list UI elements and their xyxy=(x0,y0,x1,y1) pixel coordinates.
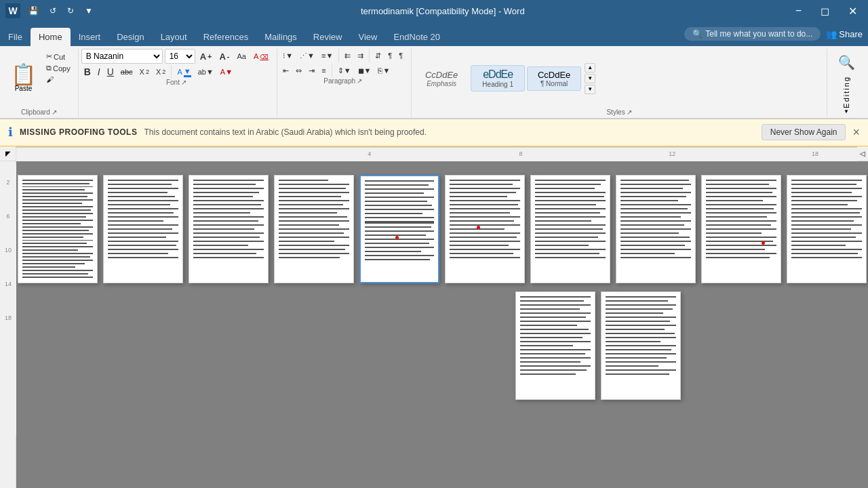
title-bar-left: W 💾 ↺ ↻ ▼ xyxy=(5,3,96,18)
svg-text:2: 2 xyxy=(6,179,9,186)
multilevel-button[interactable]: ≡▼ xyxy=(319,50,336,61)
page-9[interactable] xyxy=(701,175,781,283)
page-10[interactable] xyxy=(787,175,867,283)
editing-button[interactable]: Editing ▼ xyxy=(842,76,850,115)
share-icon: 👥 xyxy=(826,29,837,39)
text-line xyxy=(279,257,340,258)
text-line xyxy=(606,349,671,350)
page-7[interactable] xyxy=(530,175,610,283)
border-button[interactable]: ⎘▼ xyxy=(375,65,393,76)
style-emphasis[interactable]: CcDdEe Emphasis xyxy=(414,66,469,91)
bullets-button[interactable]: ⁝▼ xyxy=(280,50,296,62)
tab-endnote[interactable]: EndNote 20 xyxy=(385,28,448,46)
copy-button[interactable]: ⧉ Copy xyxy=(44,63,73,73)
styles-more[interactable]: ▼ xyxy=(585,85,595,94)
clipboard-expander[interactable]: ↗ xyxy=(52,108,57,116)
restore-button[interactable]: ◻ xyxy=(815,3,835,19)
line-spacing-button[interactable]: ⇕▼ xyxy=(335,65,354,77)
never-show-again-button[interactable]: Never Show Again xyxy=(762,124,846,140)
decrease-indent-button[interactable]: ⇇ xyxy=(342,50,353,62)
cut-button[interactable]: ✂ Cut xyxy=(44,52,73,62)
font-family-select[interactable]: B Nazanin xyxy=(81,49,163,64)
page-2-content xyxy=(104,176,182,283)
justify-button[interactable]: ≡ xyxy=(319,65,328,76)
text-line xyxy=(365,197,434,198)
page-2[interactable] xyxy=(103,175,183,283)
document-area[interactable]: // Generate pages 2-10 inline xyxy=(16,161,868,488)
minimize-button[interactable]: − xyxy=(790,3,807,19)
page-12[interactable] xyxy=(601,291,681,400)
paste-button[interactable]: 📋 Paste xyxy=(5,49,41,108)
align-right-button[interactable]: ⇥ xyxy=(306,65,317,77)
page-4[interactable] xyxy=(274,175,354,283)
redo-qat-button[interactable]: ↻ xyxy=(64,5,77,17)
superscript-button[interactable]: X2 xyxy=(153,66,168,77)
page-11[interactable] xyxy=(515,291,595,400)
save-qat-button[interactable]: 💾 xyxy=(26,5,41,17)
tab-review[interactable]: Review xyxy=(305,28,351,46)
text-line xyxy=(706,204,776,205)
tab-layout[interactable]: Layout xyxy=(153,28,195,46)
strikethrough-button[interactable]: abc xyxy=(118,66,136,77)
tab-references[interactable]: References xyxy=(195,28,256,46)
shading-button[interactable]: ◼▼ xyxy=(355,65,374,77)
text-line xyxy=(620,253,675,254)
align-center-button[interactable]: ⇔ xyxy=(293,65,304,77)
font-expander[interactable]: ↗ xyxy=(181,79,186,86)
share-button[interactable]: 👥 Share xyxy=(826,29,863,39)
tab-insert[interactable]: Insert xyxy=(71,28,109,46)
text-line xyxy=(620,220,691,222)
align-left-button[interactable]: ⇤ xyxy=(280,65,292,77)
font-color-button[interactable]: A▼ xyxy=(174,66,193,79)
font-color2-button[interactable]: A▼ xyxy=(218,66,235,77)
pages-row-1: // Generate pages 2-10 inline xyxy=(18,175,867,283)
styles-expander[interactable]: ↗ xyxy=(627,108,632,116)
style-normal[interactable]: CcDdEe ¶ Normal xyxy=(527,66,581,91)
font-case-button[interactable]: Aa xyxy=(234,51,248,62)
page-3[interactable] xyxy=(189,175,269,283)
page-6[interactable] xyxy=(445,175,525,283)
text-line xyxy=(22,180,93,181)
styles-scroll-up[interactable]: ▲ xyxy=(585,63,595,73)
bold-button[interactable]: B xyxy=(81,65,94,79)
page-1[interactable] xyxy=(18,175,98,283)
pilcrow-button[interactable]: ¶ xyxy=(385,50,395,61)
undo-qat-button[interactable]: ↺ xyxy=(47,5,59,17)
paragraph-expander[interactable]: ↗ xyxy=(357,77,362,85)
text-line xyxy=(22,273,88,274)
increase-font-button[interactable]: A+ xyxy=(197,50,215,63)
customize-qat-button[interactable]: ▼ xyxy=(82,5,96,17)
text-line xyxy=(606,333,675,334)
sort-button[interactable]: ⇵ xyxy=(372,50,384,62)
style-heading1[interactable]: eDdEe Heading 1 xyxy=(471,65,525,92)
font-size-select[interactable]: 16 xyxy=(165,49,195,64)
search-button[interactable]: 🔍 xyxy=(835,52,857,73)
text-line xyxy=(520,300,584,302)
notification-close-button[interactable]: × xyxy=(852,125,860,140)
close-button[interactable]: ✕ xyxy=(843,3,863,19)
subscript-button[interactable]: X2 xyxy=(137,66,152,77)
text-line xyxy=(108,237,166,238)
tab-view[interactable]: View xyxy=(350,28,385,46)
tab-home[interactable]: Home xyxy=(31,28,71,46)
page-7-content xyxy=(531,176,610,283)
tab-mailings[interactable]: Mailings xyxy=(256,28,305,46)
tell-me-box[interactable]: 🔍 Tell me what you want to do... xyxy=(684,27,821,41)
increase-indent-button[interactable]: ⇉ xyxy=(355,50,366,62)
styles-scroll-down[interactable]: ▼ xyxy=(585,74,595,83)
paste-label: Paste xyxy=(15,85,33,92)
text-highlight-button[interactable]: ab▼ xyxy=(195,66,216,77)
decrease-font-button[interactable]: A- xyxy=(216,50,232,63)
tab-design[interactable]: Design xyxy=(108,28,152,46)
underline-button[interactable]: U xyxy=(104,65,117,79)
tab-file[interactable]: File xyxy=(0,28,31,46)
numbering-button[interactable]: ⋰▼ xyxy=(297,50,317,62)
clear-format-button[interactable]: A⌫ xyxy=(251,51,271,62)
text-line xyxy=(450,204,518,205)
format-painter-button[interactable]: 🖌 xyxy=(44,75,73,84)
show-hide-button[interactable]: ¶ xyxy=(396,50,406,61)
page-5[interactable] xyxy=(359,175,439,283)
italic-button[interactable]: I xyxy=(95,65,103,79)
ruler-corner[interactable]: ◤ xyxy=(0,146,16,161)
page-8[interactable] xyxy=(616,175,696,283)
